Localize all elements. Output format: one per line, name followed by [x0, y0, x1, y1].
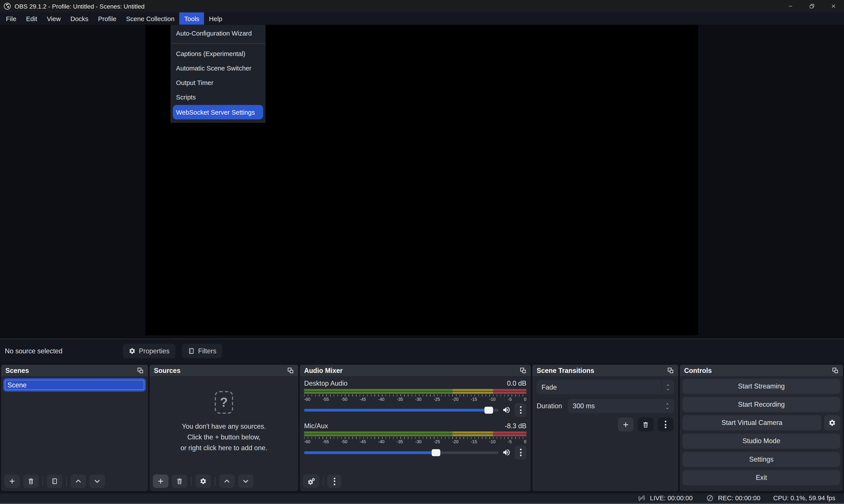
trash-icon	[176, 478, 183, 485]
scene-filters-button[interactable]	[47, 474, 63, 488]
duration-spinbox[interactable]: 300 ms	[568, 399, 674, 413]
chevron-down-icon	[666, 388, 670, 391]
tools-menu-auto-configuration-wizard[interactable]: Auto-Configuration Wizard	[171, 26, 265, 40]
transition-select[interactable]: Fade	[537, 380, 674, 394]
audio-mixer-title: Audio Mixer	[304, 366, 342, 374]
volume-slider[interactable]	[304, 409, 498, 411]
live-time: LIVE: 00:00:00	[650, 494, 693, 502]
slider-handle[interactable]	[484, 407, 493, 414]
slider-handle[interactable]	[432, 449, 441, 456]
move-scene-up-button[interactable]	[71, 474, 86, 488]
tools-menu-websocket-server-settings[interactable]: WebSocket Server Settings	[173, 105, 263, 120]
add-scene-button[interactable]	[4, 474, 20, 488]
menu-edit[interactable]: Edit	[21, 12, 42, 24]
controls-body: Start Streaming Start Recording Start Vi…	[680, 376, 843, 491]
kebab-icon	[665, 421, 666, 428]
duration-spin-arrows[interactable]	[661, 399, 674, 413]
rec-status: REC: 00:00:00	[706, 494, 760, 502]
scenes-toolbar	[1, 471, 148, 491]
toolbar-separator	[215, 476, 215, 486]
studio-mode-button[interactable]: Studio Mode	[683, 433, 840, 449]
start-virtual-camera-button[interactable]: Start Virtual Camera	[683, 415, 821, 430]
menu-profile[interactable]: Profile	[93, 12, 121, 24]
tools-menu-output-timer[interactable]: Output Timer	[171, 75, 265, 90]
scenes-panel-title: Scenes	[5, 366, 29, 374]
tools-menu-scripts[interactable]: Scripts	[171, 90, 265, 104]
volume-meter	[304, 432, 527, 436]
tick-label: 0	[524, 439, 527, 445]
tick-label: -5	[508, 397, 512, 402]
speaker-icon[interactable]	[502, 406, 511, 414]
menu-scene-collection[interactable]: Scene Collection	[121, 12, 179, 24]
menu-file[interactable]: File	[1, 12, 21, 24]
remove-transition-button[interactable]	[638, 417, 653, 432]
mixer-channel-mic-aux: Mic/Aux -8.3 dB -60-55-50-45-40-35-30-25…	[304, 421, 527, 460]
move-source-down-button[interactable]	[238, 474, 253, 488]
start-recording-button[interactable]: Start Recording	[683, 397, 840, 412]
volume-slider[interactable]	[304, 451, 498, 454]
menu-help[interactable]: Help	[204, 12, 227, 24]
tick-label: -60	[304, 397, 310, 402]
scene-list-item[interactable]: Scene	[3, 378, 146, 392]
tools-menu-captions[interactable]: Captions (Experimental)	[171, 46, 265, 61]
chevron-up-icon	[224, 478, 230, 485]
controls-title: Controls	[684, 366, 712, 374]
filters-label: Filters	[198, 347, 216, 355]
channel-menu-button[interactable]	[515, 403, 527, 417]
channel-menu-button[interactable]	[515, 445, 527, 460]
tools-menu-automatic-scene-switcher[interactable]: Automatic Scene Switcher	[171, 61, 265, 75]
scenes-panel: Scenes Scene	[1, 365, 148, 491]
popout-icon	[520, 367, 527, 374]
add-transition-button[interactable]	[618, 417, 633, 432]
audio-mixer-toolbar	[300, 471, 531, 491]
tick-label: -55	[322, 397, 329, 402]
close-button[interactable]	[823, 0, 844, 12]
settings-button[interactable]: Settings	[683, 452, 840, 467]
mixer-menu-button[interactable]	[327, 474, 341, 488]
menu-view[interactable]: View	[42, 12, 66, 24]
chevron-down-icon	[93, 478, 101, 485]
add-source-button[interactable]	[153, 474, 169, 488]
sources-toolbar	[150, 471, 298, 491]
audio-mixer-panel: Audio Mixer Desktop Audio 0.0 dB -60-55-…	[300, 365, 531, 491]
dock-panels: Scenes Scene Sources	[0, 363, 844, 493]
obs-logo-icon	[3, 2, 12, 10]
rec-icon	[706, 494, 714, 502]
properties-button[interactable]: Properties	[123, 344, 176, 358]
source-properties-button[interactable]	[195, 474, 211, 488]
move-scene-down-button[interactable]	[89, 474, 105, 488]
tick-label: -30	[415, 439, 421, 445]
preview-area: Auto-Configuration Wizard Captions (Expe…	[0, 25, 844, 340]
chevron-down-icon	[242, 478, 249, 485]
gear-icon	[828, 419, 836, 427]
virtual-camera-settings-button[interactable]	[824, 415, 840, 430]
minimize-button[interactable]	[779, 0, 801, 12]
menu-docks[interactable]: Docks	[66, 12, 93, 24]
tick-label: -60	[304, 439, 310, 445]
tick-label: -35	[397, 397, 403, 402]
audio-mixer-header: Audio Mixer	[300, 365, 531, 376]
sources-list[interactable]: ? You don't have any sources. Click the …	[150, 376, 298, 471]
transition-select-arrows[interactable]	[661, 380, 674, 394]
channel-level-db: -8.3 dB	[505, 422, 527, 430]
popout-icon	[287, 367, 294, 374]
properties-label: Properties	[139, 347, 170, 355]
gear-icon	[128, 347, 136, 355]
remove-source-button[interactable]	[172, 474, 187, 488]
advanced-audio-properties-button[interactable]	[303, 474, 319, 488]
start-streaming-button[interactable]: Start Streaming	[683, 379, 840, 394]
meter-ticks	[304, 394, 527, 397]
transition-properties-button[interactable]	[658, 417, 673, 432]
menu-tools[interactable]: Tools	[179, 12, 204, 24]
sources-empty-state: ? You don't have any sources. Click the …	[150, 376, 298, 471]
restore-button[interactable]	[801, 0, 823, 12]
exit-button[interactable]: Exit	[683, 470, 840, 485]
filters-button[interactable]: Filters	[182, 344, 222, 358]
tick-label: -40	[378, 397, 384, 402]
remove-scene-button[interactable]	[23, 474, 39, 488]
tick-label: -45	[360, 439, 366, 445]
live-status: LIVE: 00:00:00	[637, 494, 692, 502]
scenes-list: Scene	[1, 376, 148, 471]
speaker-icon[interactable]	[502, 448, 511, 457]
move-source-up-button[interactable]	[219, 474, 235, 488]
